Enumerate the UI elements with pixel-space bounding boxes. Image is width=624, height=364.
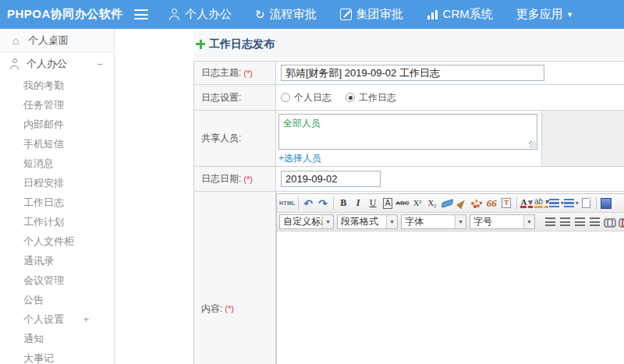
html-source-button[interactable]: HTML: [279, 196, 296, 210]
sidebar-group-personal-office[interactable]: 个人办公 −: [0, 52, 114, 76]
sidebar-submenu: 我的考勤 任务管理 内部邮件 手机短信 短消息 日程安排 工作日志 工作计划 个…: [0, 76, 114, 364]
paragraph-format-select[interactable]: 段落格式 ▾: [337, 214, 398, 229]
align-justify-icon[interactable]: [587, 214, 602, 229]
required-marker: (*): [225, 304, 234, 313]
underline-button[interactable]: U: [366, 196, 381, 210]
sidebar-item-work-log[interactable]: 工作日志: [0, 193, 114, 212]
nav-label: 流程审批: [270, 7, 317, 22]
nav-personal-office[interactable]: 个人办公: [168, 7, 232, 22]
nav-label: CRM系统: [443, 7, 493, 22]
caret-down-icon: ▾: [455, 215, 466, 228]
add-icon: [196, 40, 205, 49]
rich-text-editor: HTML ↶ ↷ B I U A ABC X² X₂: [276, 193, 624, 364]
nav-label: 集团审批: [356, 7, 403, 22]
editor-toolbar-row1: HTML ↶ ↷ B I U A ABC X² X₂: [277, 194, 624, 213]
unlink-icon[interactable]: [617, 214, 624, 229]
sidebar-item-settings[interactable]: 个人设置 +: [0, 309, 114, 329]
nav-workflow-approval[interactable]: ↻ 流程审批: [255, 7, 317, 22]
expand-icon[interactable]: +: [83, 309, 89, 329]
format-painter-icon[interactable]: [455, 196, 470, 210]
font-color-button[interactable]: A▾: [519, 196, 534, 210]
blockquote-button[interactable]: 66: [484, 196, 499, 210]
hamburger-menu-icon[interactable]: [134, 9, 148, 19]
sidebar-item-work-plan[interactable]: 工作计划: [0, 212, 114, 231]
sidebar-item-announcements[interactable]: 公告: [0, 290, 114, 309]
app-logo[interactable]: PHPOA协同办公软件: [0, 7, 134, 22]
sidebar-item-file-cabinet[interactable]: 个人文件柜: [0, 231, 114, 251]
radio-work-log-label[interactable]: 工作日志: [359, 91, 396, 104]
autoformat-button[interactable]: A: [381, 196, 395, 210]
nav-label: 个人办公: [185, 7, 232, 22]
collapse-icon[interactable]: −: [97, 58, 103, 70]
highlight-color-button[interactable]: ab▾: [534, 196, 549, 210]
sidebar-item-notifications[interactable]: 通知: [0, 329, 114, 348]
sidebar-item-meetings[interactable]: 会议管理: [0, 270, 114, 290]
sidebar-item-messages[interactable]: 短消息: [0, 154, 114, 173]
sidebar-item-label: 个人桌面: [28, 34, 69, 48]
content-label: 内容: (*): [194, 192, 276, 364]
nav-more-apps[interactable]: 更多应用 ▾: [516, 7, 573, 22]
sidebar-item-contacts[interactable]: 通讯录: [0, 251, 114, 270]
log-date-input[interactable]: [281, 171, 381, 187]
bold-button[interactable]: B: [336, 196, 351, 210]
unordered-list-icon[interactable]: ▾: [564, 196, 579, 210]
top-navbar: PHPOA协同办公软件 个人办公 ↻ 流程审批 集团审批 CRM系统 更多应用 …: [0, 0, 624, 29]
link-icon[interactable]: [602, 214, 617, 229]
editor-toolbar-row2: 自定义标题 ▾ 段落格式 ▾ 字体 ▾: [277, 213, 624, 231]
flow-icon: ↻: [255, 9, 265, 20]
user-icon: [9, 58, 20, 69]
strikethrough-button[interactable]: ABC: [395, 196, 410, 210]
radio-personal-log-label[interactable]: 个人日志: [294, 91, 332, 104]
undo-button[interactable]: ↶: [301, 196, 316, 210]
sidebar-item-sms[interactable]: 手机短信: [0, 134, 114, 154]
sidebar-item-schedule[interactable]: 日程安排: [0, 173, 114, 193]
sidebar-group-label: 个人办公: [27, 57, 67, 71]
subscript-button[interactable]: X₂: [425, 196, 440, 210]
superscript-button[interactable]: X²: [410, 196, 425, 210]
caret-down-icon: ▾: [523, 215, 534, 228]
page-title: 工作日志发布: [209, 37, 275, 51]
italic-button[interactable]: I: [351, 196, 366, 210]
redo-button[interactable]: ↷: [316, 196, 331, 210]
sidebar-item-desktop[interactable]: ⌂ 个人桌面: [0, 29, 114, 52]
form-row-log-settings: 日志设置: 个人日志 工作日志: [194, 85, 624, 111]
radio-personal-log[interactable]: [281, 93, 290, 102]
work-log-form: 日志主题: (*) 日志设置: 个人日志 工作日志: [193, 61, 624, 364]
page-header: 工作日志发布: [193, 29, 624, 59]
user-icon: [168, 9, 180, 20]
editor-content-area[interactable]: [277, 231, 624, 364]
font-size-select[interactable]: 字号 ▾: [470, 214, 535, 229]
eraser-icon[interactable]: [440, 196, 455, 210]
share-users-textarea[interactable]: [279, 115, 537, 149]
paste-as-text-icon[interactable]: T: [499, 196, 514, 210]
subject-input[interactable]: [281, 65, 544, 81]
form-row-share-users: 共享人员: +选择人员: [194, 111, 624, 167]
radio-work-log[interactable]: [346, 93, 355, 102]
bar-chart-icon: [427, 9, 438, 20]
sidebar-item-attendance[interactable]: 我的考勤: [0, 76, 114, 95]
color-splash-icon[interactable]: ▾: [470, 196, 484, 210]
sidebar-item-tasks[interactable]: 任务管理: [0, 95, 114, 115]
select-users-link[interactable]: +选择人员: [278, 152, 321, 165]
main-content: 工作日志发布 日志主题: (*) 日志设置: 个人日志: [115, 29, 624, 364]
align-right-icon[interactable]: [573, 214, 587, 229]
new-page-icon[interactable]: [579, 196, 594, 210]
nav-crm-system[interactable]: CRM系统: [427, 7, 493, 22]
insert-object-icon[interactable]: [599, 196, 614, 210]
nav-label: 更多应用: [516, 7, 563, 22]
sidebar: ⌂ 个人桌面 个人办公 − 我的考勤 任务管理 内部邮件 手机短信 短消息 日程…: [0, 29, 115, 364]
ordered-list-icon[interactable]: ▾: [549, 196, 564, 210]
heading-select[interactable]: 自定义标题 ▾: [279, 214, 334, 229]
align-center-icon[interactable]: [558, 214, 573, 229]
date-label: 日志日期: (*): [194, 167, 276, 191]
share-label: 共享人员:: [194, 111, 276, 166]
align-left-icon[interactable]: [543, 214, 558, 229]
nav-group-approval[interactable]: 集团审批: [340, 7, 403, 22]
app-root: PHPOA协同办公软件 个人办公 ↻ 流程审批 集团审批 CRM系统 更多应用 …: [0, 0, 624, 364]
required-marker: (*): [243, 175, 253, 184]
sidebar-item-mail[interactable]: 内部邮件: [0, 115, 114, 134]
required-marker: (*): [243, 69, 253, 78]
font-family-select[interactable]: 字体 ▾: [401, 214, 466, 229]
sidebar-item-milestones[interactable]: 大事记: [0, 348, 114, 364]
settings-label: 日志设置:: [194, 85, 276, 110]
